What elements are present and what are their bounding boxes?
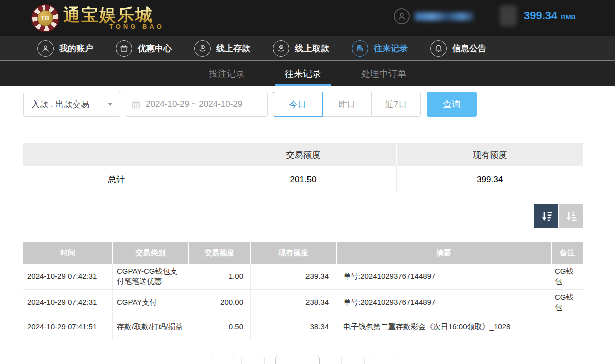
nav-label: 线上取款 — [295, 43, 329, 54]
tab-label: 投注记录 — [209, 68, 245, 80]
table-row: 2024-10-29 07:41:51 存款/取款/打码/损益 0.50 38.… — [23, 315, 583, 339]
gift-icon — [116, 40, 132, 57]
today-button[interactable]: 今日 — [273, 92, 323, 117]
deposit-icon — [194, 40, 211, 57]
cell-summary: 电子钱包第二重存款彩金《次日16:00领取》_1028 — [336, 315, 551, 339]
table-row: 2024-10-29 07:42:31 CGPAY支付 200.00 238.3… — [23, 290, 583, 316]
cell-amount: 200.00 — [188, 290, 250, 315]
nav-label: 信息公告 — [452, 43, 486, 54]
logo-subtitle: TONG BAO — [109, 23, 164, 30]
sort-descending-icon — [540, 210, 553, 223]
poker-chip-logo-icon: TB — [31, 4, 59, 32]
quick-date-button-group: 今日 昨日 近7日 — [273, 92, 421, 117]
tab-transaction-records[interactable]: 往来记录 — [275, 61, 331, 86]
summary-trade-amount: 201.50 — [210, 166, 397, 193]
cell-time: 2024-10-29 07:41:51 — [23, 315, 112, 339]
bell-icon — [430, 40, 447, 57]
user-account-area[interactable] — [394, 8, 474, 24]
summary-table-header: 交易额度 现有额度 — [23, 143, 583, 166]
tab-bet-records[interactable]: 投注记录 — [199, 61, 254, 86]
page-select[interactable]: 1 — [275, 356, 320, 364]
cell-category: CGPAY支付 — [112, 290, 188, 315]
cell-time: 2024-10-29 07:42:31 — [23, 290, 112, 315]
balance-currency: RMB — [561, 13, 576, 21]
sort-controls — [23, 204, 583, 228]
prev-page-button[interactable]: ‹ — [241, 356, 265, 364]
records-icon — [352, 40, 368, 57]
dropdown-caret-icon — [108, 103, 113, 106]
tab-label: 往来记录 — [285, 68, 321, 80]
tab-pending-orders[interactable]: 处理中订单 — [352, 61, 416, 86]
sub-tab-bar: 投注记录 往来记录 处理中订单 — [0, 61, 615, 86]
date-range-input[interactable]: 2024-10-29 ~ 2024-10-29 — [125, 92, 268, 117]
nav-item-promotions[interactable]: 优惠中心 — [116, 40, 172, 57]
yesterday-button[interactable]: 昨日 — [322, 92, 372, 117]
summary-table-row: 总计 201.50 399.34 — [23, 166, 583, 193]
avatar-icon — [394, 8, 410, 24]
sort-descending-button[interactable] — [534, 204, 558, 228]
summary-current-amount: 399.34 — [396, 166, 583, 193]
wallet-balance-area[interactable]: 399.34 RMB — [500, 5, 576, 26]
balance-amount: 399.34 — [524, 9, 557, 22]
cell-summary: 单号:202410293767144897 — [336, 264, 551, 289]
sort-ascending-button[interactable] — [559, 204, 583, 228]
cell-note: CG钱包 — [551, 290, 583, 315]
pagination: « ‹ 1 /1 › » — [23, 356, 583, 364]
calendar-icon — [132, 100, 140, 109]
transaction-type-select[interactable]: 入款 . 出款交易 — [23, 92, 120, 117]
transaction-type-value: 入款 . 出款交易 — [31, 99, 89, 110]
records-table: 时间 交易类别 交易额度 现有额度 摘要 备注 2024-10-29 07:42… — [23, 242, 583, 339]
cell-amount: 1.00 — [188, 264, 250, 289]
nav-item-online-deposit[interactable]: 线上存款 — [194, 40, 250, 57]
nav-label: 优惠中心 — [138, 43, 172, 54]
col-header-amount: 交易额度 — [188, 242, 250, 264]
username-redacted — [415, 12, 474, 21]
col-header-summary: 摘要 — [336, 242, 551, 264]
cell-category: 存款/取款/打码/损益 — [112, 315, 188, 339]
tab-label: 处理中订单 — [361, 68, 406, 80]
cell-summary: 单号:202410293767144897 — [336, 290, 551, 315]
search-button[interactable]: 查询 — [427, 92, 477, 117]
filter-row: 入款 . 出款交易 2024-10-29 ~ 2024-10-29 今日 昨日 … — [23, 92, 583, 117]
last7days-button[interactable]: 近7日 — [371, 92, 421, 117]
next-page-button[interactable]: › — [341, 356, 365, 364]
user-icon — [37, 40, 54, 57]
nav-item-online-withdraw[interactable]: $ 线上取款 — [273, 40, 329, 57]
logo-tb-monogram: TB — [37, 10, 53, 26]
nav-label: 往来记录 — [374, 43, 408, 54]
cell-balance: 238.34 — [250, 290, 336, 315]
site-logo[interactable]: TB 通宝娱乐城 TONG BAO — [31, 4, 164, 32]
cell-category: CGPAY-CG钱包支付笔笔送优惠 — [112, 264, 188, 289]
wallet-icon — [500, 5, 517, 26]
summary-table: 交易额度 现有额度 总计 201.50 399.34 — [23, 143, 583, 193]
logo-title: 通宝娱乐城 — [63, 6, 164, 24]
date-range-value: 2024-10-29 ~ 2024-10-29 — [146, 99, 242, 109]
nav-label: 线上存款 — [216, 43, 250, 54]
summary-total-label: 总计 — [23, 166, 210, 193]
summary-header-current-amount: 现有额度 — [396, 143, 583, 166]
col-header-time: 时间 — [23, 242, 112, 264]
top-header: TB 通宝娱乐城 TONG BAO 399.34 RMB — [0, 0, 615, 36]
cell-note — [551, 315, 583, 339]
summary-header-trade-amount: 交易额度 — [210, 143, 397, 166]
table-row: 2024-10-29 07:42:31 CGPAY-CG钱包支付笔笔送优惠 1.… — [23, 264, 583, 290]
cell-balance: 38.34 — [250, 315, 336, 339]
col-header-note: 备注 — [551, 242, 583, 264]
first-page-button[interactable]: « — [211, 356, 234, 364]
cell-time: 2024-10-29 07:42:31 — [23, 264, 112, 289]
logo-text: 通宝娱乐城 TONG BAO — [63, 6, 164, 30]
withdraw-icon: $ — [273, 40, 289, 57]
records-table-header: 时间 交易类别 交易额度 现有额度 摘要 备注 — [23, 242, 583, 264]
nav-label: 我的账户 — [59, 43, 93, 54]
last-page-button[interactable]: » — [372, 356, 395, 364]
main-content: 入款 . 出款交易 2024-10-29 ~ 2024-10-29 今日 昨日 … — [0, 92, 615, 364]
summary-header-empty — [23, 143, 210, 166]
sort-ascending-icon — [564, 210, 578, 223]
col-header-category: 交易类别 — [112, 242, 188, 264]
col-header-balance: 现有额度 — [250, 242, 336, 264]
nav-item-my-account[interactable]: 我的账户 — [37, 40, 93, 57]
nav-item-announcements[interactable]: 信息公告 — [430, 40, 486, 57]
main-navigation: 我的账户 优惠中心 线上存款 $ 线上取款 往来记录 信息公告 — [0, 36, 615, 61]
nav-item-transaction-records[interactable]: 往来记录 — [352, 40, 408, 57]
page-total-label: /1 — [324, 356, 330, 364]
